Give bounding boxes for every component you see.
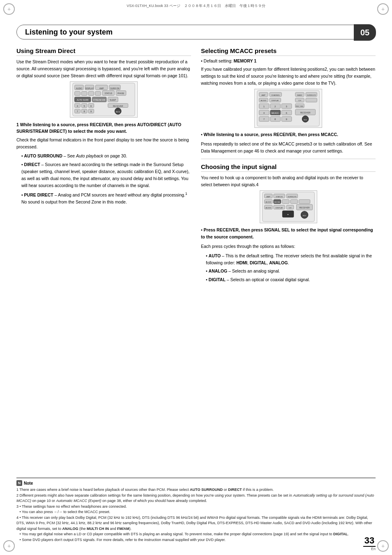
corner-decoration-tl: [3, 3, 15, 15]
svg-text:AUDIO: AUDIO: [76, 88, 83, 90]
svg-text:6: 6: [286, 112, 287, 114]
svg-text:REC SEL: REC SEL: [296, 105, 304, 107]
svg-text:RCV: RCV: [304, 119, 307, 121]
corner-decoration-br: [377, 540, 389, 552]
svg-text:9: 9: [90, 111, 92, 113]
svg-rect-11: [88, 92, 94, 96]
input-step-bold-wrapper: • Press RECEIVER, then press SIGNAL SEL …: [201, 227, 376, 240]
remote-image-input: AMP STATUS SURR/LFE AUDIO SIG SEL AUDIO: [201, 190, 376, 224]
svg-rect-90: [282, 200, 289, 204]
note-4c: • Some DVD players don't output DTS sign…: [16, 537, 376, 543]
svg-text:DISPLAY: DISPLAY: [272, 100, 279, 102]
svg-text:SURR/LFE: SURR/LFE: [307, 94, 316, 96]
svg-rect-92: [299, 200, 310, 204]
note-1: 1 There are cases where a brief noise is…: [16, 487, 376, 493]
page-number-area: 33 En: [363, 535, 376, 551]
note-3b: • You can also press ←/→ to select the M…: [16, 509, 376, 515]
svg-text:AUDIO: AUDIO: [265, 207, 271, 209]
svg-text:STREAM DIR: STREAM DIR: [93, 99, 106, 101]
chapter-title: Listening to your system: [25, 28, 113, 37]
corner-decoration-tr: [377, 3, 389, 15]
svg-text:DISPLAY: DISPLAY: [275, 207, 283, 209]
page-lang: En: [363, 547, 376, 551]
bullet-auto-surround: AUTO SURROUND – See Auto playback on pag…: [21, 153, 191, 160]
remote-svg-mcacc: AMP CHANNEL BAND SURR/LFE AUDIO DISPLAY …: [254, 89, 322, 128]
note-3: 3 • These settings have no effect when h…: [16, 504, 376, 510]
remote-svg-left: AUDIO DISPLAY AMP SURR ON STATUS: [70, 81, 138, 118]
svg-text:STATUS: STATUS: [104, 93, 112, 95]
svg-rect-91: [290, 200, 297, 204]
note-header: N Note: [16, 480, 376, 486]
svg-text:●: ●: [287, 214, 288, 216]
input-signal-heading: Choosing the input signal: [201, 163, 376, 172]
note-section: N Note 1 There are cases where a brief n…: [16, 478, 376, 543]
section-divider: [201, 159, 376, 159]
svg-text:SLEEP: SLEEP: [110, 99, 116, 101]
svg-text:AMP: AMP: [266, 196, 270, 198]
bullet-auto: AUTO – This is the default setting. The …: [206, 252, 376, 266]
svg-text:SURR ON: SURR ON: [110, 88, 120, 90]
svg-rect-12: [95, 92, 101, 96]
svg-text:SURR/LFE: SURR/LFE: [287, 196, 296, 198]
stream-direct-heading: Using Stream Direct: [16, 47, 191, 56]
chapter-number: 05: [354, 24, 376, 41]
svg-text:DISPLAY: DISPLAY: [85, 88, 94, 90]
mcacc-default-value: MEMORY 1: [234, 58, 256, 63]
corner-decoration-bl: [3, 540, 15, 552]
svg-text:8: 8: [83, 111, 85, 113]
svg-text:1: 1: [263, 105, 265, 108]
svg-text:AUDIO: AUDIO: [261, 100, 266, 102]
svg-text:AUTO SURR: AUTO SURR: [77, 99, 89, 101]
bullet-pure-direct-label: PURE DIRECT: [24, 192, 53, 197]
bullet-digital-label: DIGITAL: [209, 277, 226, 282]
svg-text:7: 7: [263, 118, 265, 121]
bullet-direct-text: – Sources are heard according to the set…: [21, 162, 189, 187]
note-icon: N: [16, 480, 22, 486]
mcacc-default: • Default setting: MEMORY 1: [201, 58, 376, 63]
svg-rect-10: [81, 92, 87, 96]
jp-header: VSX-01TXH_KU.book 33 ページ ２００８年４月１６日 水曜日 …: [127, 3, 265, 9]
svg-text:AMP: AMP: [262, 94, 266, 96]
page-number: 33: [363, 535, 376, 547]
svg-text:7: 7: [77, 111, 78, 113]
mcacc-heading: Selecting MCACC presets: [201, 47, 376, 56]
svg-text:SIG SEL: SIG SEL: [274, 201, 281, 204]
mcacc-step: • While listening to a source, press REC…: [201, 131, 376, 138]
bullet-auto-label: AUTO: [209, 253, 221, 258]
mcacc-intro: If you have calibrated your system for d…: [201, 66, 376, 86]
bullet-auto-surround-label: AUTO SURROUND: [24, 153, 62, 158]
input-step-body: Each press cycles through the options as…: [201, 243, 376, 250]
input-step-bold: Press RECEIVER, then press SIGNAL SEL to…: [201, 227, 373, 239]
svg-text:6: 6: [90, 105, 92, 107]
bullet-direct: DIRECT – Sources are heard according to …: [21, 161, 191, 189]
bullet-direct-label: DIRECT: [24, 162, 40, 167]
auto-order: HDMI: [236, 260, 247, 265]
mcacc-step-bold: While listening to a source, press RECEI…: [204, 132, 338, 137]
remote-image-left: AUDIO DISPLAY AMP SURR ON STATUS: [16, 81, 191, 118]
svg-text:BAND: BAND: [297, 94, 302, 96]
bullet-digital: DIGITAL – Selects an optical or coaxial …: [206, 276, 376, 283]
bullet-auto-surround-text: – See Auto playback on page 30.: [62, 153, 127, 158]
left-column: Using Stream Direct Use the Stream Direc…: [16, 47, 191, 285]
chapter-header: Listening to your system 05: [16, 25, 376, 39]
note-2: 2 Different presets might also have sepa…: [16, 493, 376, 504]
svg-text:PHASE: PHASE: [118, 93, 125, 95]
remote-image-mcacc: AMP CHANNEL BAND SURR/LFE AUDIO DISPLAY …: [201, 89, 376, 129]
step1-instruction: 1 While listening to a source, press REC…: [16, 122, 191, 135]
bullet-analog-label: ANALOG: [209, 268, 228, 273]
svg-text:RCV: RCV: [116, 111, 120, 113]
svg-text:MCACC: MCACC: [272, 112, 279, 114]
svg-text:RECEIVER: RECEIVER: [113, 105, 123, 107]
svg-text:9: 9: [286, 118, 287, 121]
note-label: Note: [24, 481, 33, 486]
step1-body: Check the digital format indicators in t…: [16, 136, 191, 150]
right-column: Selecting MCACC presets • Default settin…: [201, 47, 376, 285]
svg-text:RECEIVER: RECEIVER: [300, 112, 311, 114]
mcacc-step-body: Press repeatedly to select one of the si…: [201, 141, 376, 155]
svg-text:STATUS: STATUS: [276, 196, 283, 198]
main-content: Using Stream Direct Use the Stream Direc…: [16, 47, 376, 530]
svg-text:RCV: RCV: [302, 215, 306, 217]
input-signal-intro: You need to hook up a component to both …: [201, 174, 376, 188]
note-4: 4 • This receiver can only play back Dol…: [16, 515, 376, 532]
stream-direct-intro: Use the Stream Direct modes when you wan…: [16, 58, 191, 79]
